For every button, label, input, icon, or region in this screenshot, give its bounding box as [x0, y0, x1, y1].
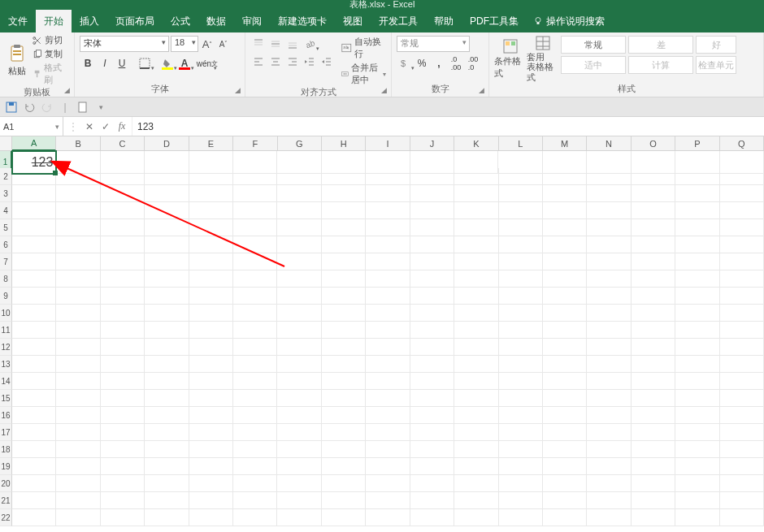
- cell-H9[interactable]: [322, 288, 366, 305]
- cell-G10[interactable]: [277, 305, 321, 322]
- cell-L14[interactable]: [499, 373, 543, 390]
- cell-N15[interactable]: [587, 390, 631, 407]
- cell-J15[interactable]: [410, 390, 454, 407]
- cell-I8[interactable]: [366, 270, 410, 288]
- cell-O13[interactable]: [632, 356, 675, 373]
- cell-O2[interactable]: [632, 168, 675, 185]
- cell-C16[interactable]: [101, 407, 145, 424]
- cell-P22[interactable]: [675, 509, 719, 526]
- cell-Q5[interactable]: [720, 219, 764, 236]
- row-header-8[interactable]: 8: [0, 270, 12, 288]
- cell-L7[interactable]: [499, 253, 543, 270]
- row-header-20[interactable]: 20: [0, 475, 12, 492]
- cell-J19[interactable]: [410, 458, 454, 475]
- cell-P16[interactable]: [675, 407, 719, 424]
- cell-I14[interactable]: [366, 373, 410, 390]
- copy-button[interactable]: 复制: [33, 48, 69, 60]
- cell-E3[interactable]: [189, 185, 233, 202]
- cell-M18[interactable]: [543, 441, 587, 458]
- cell-N5[interactable]: [587, 219, 631, 236]
- cell-H12[interactable]: [322, 339, 366, 356]
- cell-A10[interactable]: [12, 305, 56, 322]
- cell-D3[interactable]: [145, 185, 189, 202]
- cell-Q3[interactable]: [720, 185, 764, 202]
- cell-E18[interactable]: [189, 441, 233, 458]
- row-header-4[interactable]: 4: [0, 202, 12, 219]
- cell-B10[interactable]: [56, 305, 100, 322]
- cell-P7[interactable]: [675, 253, 719, 270]
- cell-B21[interactable]: [56, 492, 100, 509]
- worksheet-grid[interactable]: ABCDEFGHIJKLMNOPQ 1123234567891011121314…: [0, 136, 764, 532]
- cell-L10[interactable]: [499, 305, 543, 322]
- cell-Q13[interactable]: [720, 356, 764, 373]
- cell-P15[interactable]: [675, 390, 719, 407]
- row-header-6[interactable]: 6: [0, 236, 12, 253]
- underline-button[interactable]: U: [114, 55, 130, 71]
- row-header-7[interactable]: 7: [0, 253, 12, 270]
- cell-A14[interactable]: [12, 373, 56, 390]
- cell-M14[interactable]: [543, 373, 587, 390]
- cell-K5[interactable]: [454, 219, 498, 236]
- qat-save[interactable]: [5, 101, 18, 114]
- cell-N21[interactable]: [587, 492, 631, 509]
- cell-A15[interactable]: [12, 390, 56, 407]
- wrap-text-button[interactable]: ab 自动换行: [341, 36, 386, 60]
- cell-I10[interactable]: [366, 305, 410, 322]
- increase-font-button[interactable]: A˄: [200, 36, 215, 52]
- cell-C10[interactable]: [101, 305, 145, 322]
- column-header-E[interactable]: E: [189, 136, 233, 150]
- row-header-11[interactable]: 11: [0, 322, 12, 339]
- cell-K10[interactable]: [454, 305, 498, 322]
- align-bottom-button[interactable]: [284, 36, 301, 52]
- cell-I11[interactable]: [366, 322, 410, 339]
- cell-J17[interactable]: [410, 424, 454, 441]
- tab-review[interactable]: 审阅: [234, 10, 270, 32]
- cell-O14[interactable]: [632, 373, 675, 390]
- cell-M2[interactable]: [543, 168, 587, 185]
- cell-B14[interactable]: [56, 373, 100, 390]
- cell-I18[interactable]: [366, 441, 410, 458]
- qat-customize[interactable]: ▾: [94, 101, 107, 114]
- cell-B13[interactable]: [56, 356, 100, 373]
- cell-E19[interactable]: [189, 458, 233, 475]
- cell-K9[interactable]: [454, 288, 498, 305]
- cell-D5[interactable]: [145, 219, 189, 236]
- cell-Q18[interactable]: [720, 441, 764, 458]
- cell-M17[interactable]: [543, 424, 587, 441]
- cell-G4[interactable]: [277, 202, 321, 219]
- cell-B11[interactable]: [56, 322, 100, 339]
- cell-O3[interactable]: [632, 185, 675, 202]
- cell-M6[interactable]: [543, 236, 587, 253]
- cell-K3[interactable]: [454, 185, 498, 202]
- style-normal[interactable]: 常规: [561, 36, 626, 54]
- cell-N20[interactable]: [587, 475, 631, 492]
- cell-O18[interactable]: [632, 441, 675, 458]
- cell-F20[interactable]: [233, 475, 277, 492]
- row-header-16[interactable]: 16: [0, 407, 12, 424]
- cell-E13[interactable]: [189, 356, 233, 373]
- column-header-B[interactable]: B: [56, 136, 100, 150]
- cell-C5[interactable]: [101, 219, 145, 236]
- cell-O17[interactable]: [632, 424, 675, 441]
- cell-styles-gallery[interactable]: 常规 差 好 适中 计算 检查单元: [559, 34, 738, 83]
- bold-button[interactable]: B: [80, 55, 96, 71]
- cell-Q9[interactable]: [720, 288, 764, 305]
- cell-C2[interactable]: [101, 168, 145, 185]
- cell-G9[interactable]: [277, 288, 321, 305]
- cell-G16[interactable]: [277, 407, 321, 424]
- column-header-I[interactable]: I: [366, 136, 410, 150]
- cell-F11[interactable]: [233, 322, 277, 339]
- style-check[interactable]: 检查单元: [696, 56, 736, 74]
- cell-G13[interactable]: [277, 356, 321, 373]
- column-header-A[interactable]: A: [12, 136, 56, 151]
- cell-A1[interactable]: 123: [12, 151, 56, 174]
- font-size-combo[interactable]: 18: [171, 36, 198, 52]
- cell-H13[interactable]: [322, 356, 366, 373]
- cell-L6[interactable]: [499, 236, 543, 253]
- cell-P4[interactable]: [675, 202, 719, 219]
- cell-B8[interactable]: [56, 270, 100, 288]
- cell-C13[interactable]: [101, 356, 145, 373]
- cell-C9[interactable]: [101, 288, 145, 305]
- cell-D20[interactable]: [145, 475, 189, 492]
- cell-I19[interactable]: [366, 458, 410, 475]
